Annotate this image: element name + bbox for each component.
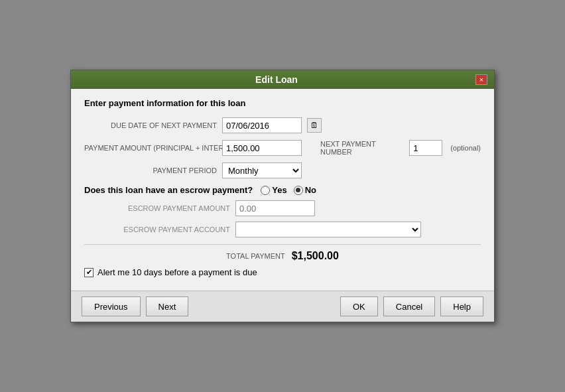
- dialog-title: Edit Loan: [78, 74, 475, 85]
- payment-period-row: PAYMENT PERIOD Monthly Weekly Bi-Weekly …: [84, 163, 481, 178]
- cancel-button[interactable]: Cancel: [383, 296, 435, 316]
- escrow-no-btn[interactable]: [294, 186, 303, 195]
- escrow-amount-row: ESCROW PAYMENT AMOUNT: [97, 200, 481, 216]
- close-button[interactable]: ×: [475, 74, 487, 85]
- button-bar: Previous Next OK Cancel Help: [71, 291, 494, 322]
- dialog-content: Enter payment information for this loan …: [71, 89, 494, 291]
- payment-period-select[interactable]: Monthly Weekly Bi-Weekly Quarterly Annua…: [222, 163, 302, 178]
- escrow-amount-input[interactable]: [235, 200, 315, 216]
- payment-amount-row: PAYMENT AMOUNT (PRINCIPAL + INTEREST) NE…: [84, 140, 481, 156]
- escrow-yes-label: Yes: [272, 185, 286, 195]
- escrow-account-row: ESCROW PAYMENT ACCOUNT: [97, 222, 481, 237]
- payment-amount-input[interactable]: [222, 140, 302, 156]
- ok-button[interactable]: OK: [340, 296, 378, 316]
- due-date-row: DUE DATE OF NEXT PAYMENT 🗓: [84, 117, 481, 133]
- alert-label: Alert me 10 days before a payment is due: [97, 267, 257, 277]
- next-payment-number-input[interactable]: [409, 140, 442, 156]
- escrow-yes-btn[interactable]: [261, 186, 270, 195]
- next-button[interactable]: Next: [146, 296, 189, 316]
- escrow-no-label: No: [305, 185, 316, 195]
- total-payment-value: $1,500.00: [292, 250, 339, 262]
- optional-label: (optional): [450, 144, 481, 152]
- escrow-question-row: Does this loan have an escrow payment? Y…: [84, 185, 481, 195]
- edit-loan-dialog: Edit Loan × Enter payment information fo…: [70, 70, 495, 322]
- calendar-icon[interactable]: 🗓: [307, 118, 322, 133]
- alert-row: ✔ Alert me 10 days before a payment is d…: [84, 267, 481, 277]
- escrow-amount-label: ESCROW PAYMENT AMOUNT: [97, 204, 230, 212]
- escrow-account-select[interactable]: [235, 222, 421, 237]
- payment-period-label: PAYMENT PERIOD: [84, 166, 217, 174]
- total-payment-row: TOTAL PAYMENT $1,500.00: [84, 250, 481, 262]
- escrow-radio-group: Yes No: [261, 185, 316, 195]
- due-date-label: DUE DATE OF NEXT PAYMENT: [84, 121, 217, 129]
- escrow-account-label: ESCROW PAYMENT ACCOUNT: [97, 226, 230, 233]
- escrow-no-radio[interactable]: No: [294, 185, 316, 195]
- escrow-question-text: Does this loan have an escrow payment?: [84, 185, 253, 195]
- total-payment-label: TOTAL PAYMENT: [226, 252, 285, 260]
- form-grid: DUE DATE OF NEXT PAYMENT 🗓 PAYMENT AMOUN…: [84, 117, 481, 178]
- payment-amount-label: PAYMENT AMOUNT (PRINCIPAL + INTEREST): [84, 143, 217, 153]
- escrow-yes-radio[interactable]: Yes: [261, 185, 286, 195]
- due-date-input[interactable]: [222, 117, 302, 133]
- alert-checkbox[interactable]: ✔: [84, 268, 94, 277]
- divider: [84, 244, 481, 245]
- title-bar: Edit Loan ×: [71, 70, 494, 89]
- next-payment-number-label: NEXT PAYMENT NUMBER: [320, 140, 404, 156]
- escrow-fields: ESCROW PAYMENT AMOUNT ESCROW PAYMENT ACC…: [97, 200, 481, 237]
- previous-button[interactable]: Previous: [82, 296, 141, 316]
- section-title: Enter payment information for this loan: [84, 98, 481, 108]
- help-button[interactable]: Help: [440, 296, 483, 316]
